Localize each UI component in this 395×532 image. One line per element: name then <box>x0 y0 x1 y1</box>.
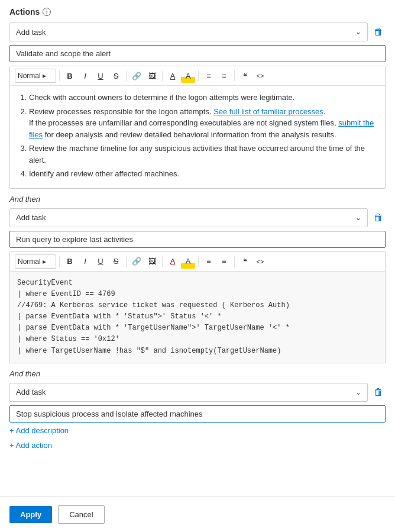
task-3-delete-icon[interactable]: 🗑 <box>371 385 386 400</box>
toolbar-sep-3 <box>162 70 163 81</box>
task-1-container: Add task ⌄ 🗑 Normal ▸ B I U S 🔗 🖼 <box>9 22 386 189</box>
task-3-dropdown-label: Add task <box>16 388 46 396</box>
task-2-bullet-button[interactable]: ≡ <box>202 254 216 269</box>
quote-button[interactable]: ❝ <box>238 69 252 83</box>
task-2-sep-5 <box>234 256 235 267</box>
task-2-highlight-button[interactable]: A <box>181 254 195 269</box>
actions-title: Actions <box>9 7 40 17</box>
task-2-chevron-down-icon: ⌄ <box>355 214 361 222</box>
italic-button[interactable]: I <box>78 69 92 83</box>
cancel-button[interactable]: Cancel <box>58 505 104 524</box>
task-3-title-input[interactable] <box>9 405 386 423</box>
task-2-sep-2 <box>126 256 127 267</box>
toolbar-sep-2 <box>126 70 127 81</box>
task-3-dropdown-row: Add task ⌄ 🗑 <box>9 383 386 402</box>
footer-bar: Apply Cancel <box>0 496 395 532</box>
task-3-chevron-down-icon: ⌄ <box>355 388 361 396</box>
toolbar-sep-1 <box>59 70 60 81</box>
bold-button[interactable]: B <box>63 69 77 83</box>
familiar-processes-link[interactable]: See full list of familiar processes <box>213 107 323 116</box>
task-2-toolbar: Normal ▸ B I U S 🔗 🖼 A A ≡ ≡ ❝ <> <box>10 252 385 272</box>
task-2-editor-content[interactable]: SecurityEvent | where EventID == 4769 //… <box>10 272 385 363</box>
add-action-link[interactable]: + Add action <box>9 441 52 450</box>
link-button[interactable]: 🔗 <box>129 69 144 83</box>
code-line-4: | parse EventData with * 'Status">' Stat… <box>17 311 378 323</box>
toolbar-sep-5 <box>234 70 235 81</box>
task-2-sep-1 <box>59 256 60 267</box>
task-2-editor: Normal ▸ B I U S 🔗 🖼 A A ≡ ≡ ❝ <> <box>9 252 386 363</box>
task-1-dropdown-label: Add task <box>16 28 46 37</box>
task-2-number-button[interactable]: ≡ <box>217 254 231 269</box>
number-list-button[interactable]: ≡ <box>217 69 231 83</box>
task-2-container: Add task ⌄ 🗑 Normal ▸ B I U S 🔗 🖼 <box>9 208 386 363</box>
bullet-list-button[interactable]: ≡ <box>202 69 216 83</box>
task-2-dropdown-label: Add task <box>16 213 46 222</box>
format-chevron-icon: ▸ <box>43 72 46 80</box>
task-2-bold-button[interactable]: B <box>63 254 77 269</box>
task-2-sep-4 <box>198 256 199 267</box>
task-1-editor: Normal ▸ B I U S 🔗 🖼 A A ≡ ≡ ❝ <> <box>9 66 386 189</box>
font-color-button[interactable]: A <box>166 69 180 83</box>
task-2-italic-button[interactable]: I <box>78 254 92 269</box>
section-title: Actions i <box>9 7 386 17</box>
task-2-dropdown[interactable]: Add task ⌄ <box>9 208 368 227</box>
task-2-font-color-button[interactable]: A <box>166 254 180 269</box>
code-line-2: | where EventID == 4769 <box>17 289 378 300</box>
task-2-title-input[interactable] <box>9 231 386 248</box>
task-2-format-chevron-icon: ▸ <box>43 257 46 266</box>
task-1-chevron-down-icon: ⌄ <box>355 28 361 36</box>
task-2-quote-button[interactable]: ❝ <box>238 254 252 269</box>
task-1-toolbar: Normal ▸ B I U S 🔗 🖼 A A ≡ ≡ ❝ <> <box>10 66 385 86</box>
footer-spacer <box>9 462 386 497</box>
code-line-1: SecurityEvent <box>17 278 378 289</box>
task-2-link-button[interactable]: 🔗 <box>129 254 144 269</box>
submit-files-link[interactable]: submit the files <box>29 118 374 139</box>
task-2-underline-button[interactable]: U <box>93 254 108 269</box>
task-2-dropdown-row: Add task ⌄ 🗑 <box>9 208 386 227</box>
strikethrough-button[interactable]: S <box>109 69 123 83</box>
highlight-button[interactable]: A <box>181 69 195 83</box>
toolbar-sep-4 <box>198 70 199 81</box>
task-1-delete-icon[interactable]: 🗑 <box>371 24 386 40</box>
code-line-7: | where TargetUserName !has "$" and isno… <box>17 346 378 357</box>
task-1-dropdown-row: Add task ⌄ 🗑 <box>9 22 386 41</box>
task-2-image-button[interactable]: 🖼 <box>145 254 159 269</box>
and-then-2-label: And then <box>9 369 386 378</box>
code-line-5: | parse EventData with * 'TargetUserName… <box>17 323 378 334</box>
task-2-code-button[interactable]: <> <box>253 254 267 269</box>
task-2-strike-button[interactable]: S <box>109 254 123 269</box>
task-3-dropdown[interactable]: Add task ⌄ <box>9 383 368 402</box>
apply-button[interactable]: Apply <box>9 506 52 523</box>
task-1-title-input[interactable] <box>9 45 386 62</box>
task-2-delete-icon[interactable]: 🗑 <box>371 210 386 225</box>
task-1-editor-content[interactable]: Check with account owners to determine i… <box>10 86 385 188</box>
add-description-link[interactable]: + Add description <box>9 426 69 435</box>
underline-button[interactable]: U <box>93 69 108 83</box>
task-3-container: Add task ⌄ 🗑 + Add description <box>9 383 386 441</box>
format-select-label: Normal <box>18 72 41 80</box>
code-line-6: | where Status == '0x12' <box>17 334 378 345</box>
image-button[interactable]: 🖼 <box>145 69 159 83</box>
and-then-1-label: And then <box>9 195 386 204</box>
code-line-3: //4769: A Kerberos service ticket was re… <box>17 300 378 311</box>
task-2-sep-3 <box>162 256 163 267</box>
task-1-format-select[interactable]: Normal ▸ <box>15 69 56 83</box>
task-1-dropdown[interactable]: Add task ⌄ <box>9 22 368 41</box>
code-button[interactable]: <> <box>253 69 267 83</box>
task-2-format-select[interactable]: Normal ▸ <box>15 254 56 269</box>
task-2-format-label: Normal <box>18 257 41 266</box>
info-icon: i <box>43 8 51 16</box>
